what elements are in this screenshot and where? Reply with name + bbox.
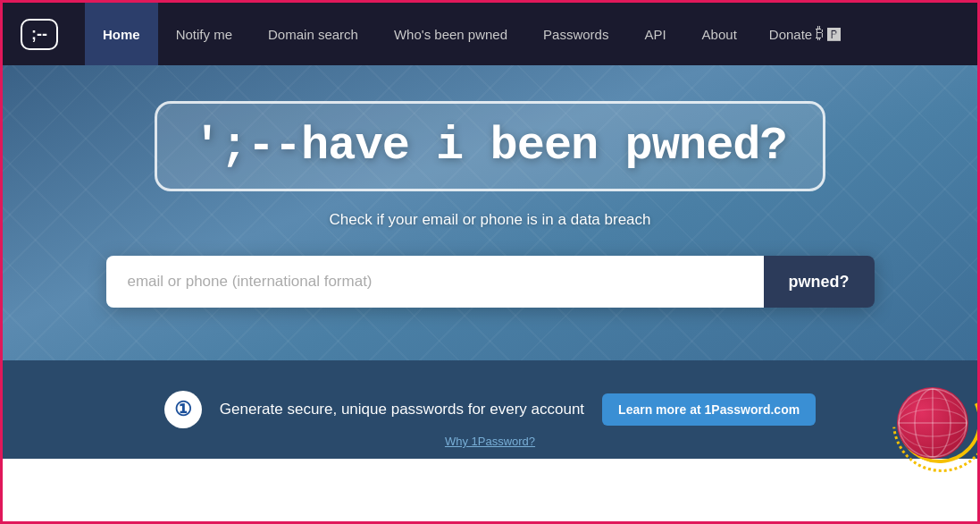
hero-section: ';--have i been pwned? Check if your ema…: [3, 65, 977, 360]
footer-banner: ① Generate secure, unique passwords for …: [3, 360, 977, 459]
nav-item-about[interactable]: About: [684, 3, 755, 65]
hero-subtitle: Check if your email or phone is in a dat…: [329, 211, 650, 229]
nav-items: Home Notify me Domain search Who's been …: [85, 3, 959, 65]
hero-title: ';--have i been pwned?: [193, 120, 787, 173]
title-box: ';--have i been pwned?: [155, 101, 825, 191]
onepassword-icon: ①: [164, 391, 202, 428]
nav-item-passwords[interactable]: Passwords: [525, 3, 626, 65]
bitcoin-icon: ₿: [816, 25, 824, 43]
paypal-icon: 🅿: [827, 27, 841, 42]
nav-item-domain[interactable]: Domain search: [250, 3, 376, 65]
navigation: ;-- Home Notify me Domain search Who's b…: [3, 3, 977, 65]
nav-item-api[interactable]: API: [626, 3, 683, 65]
nav-item-donate[interactable]: Donate ₿ 🅿: [755, 3, 855, 65]
logo[interactable]: ;--: [21, 19, 58, 50]
footer-promo-text: Generate secure, unique passwords for ev…: [220, 401, 584, 418]
logo-text: ;--: [31, 25, 47, 43]
globe-circle: [897, 387, 968, 459]
footer-why-link[interactable]: Why 1Password?: [445, 435, 535, 448]
nav-item-notify[interactable]: Notify me: [158, 3, 250, 65]
footer-cta-button[interactable]: Learn more at 1Password.com: [602, 393, 816, 426]
search-input[interactable]: [106, 256, 764, 308]
search-bar: pwned?: [106, 256, 875, 308]
globe-decoration: [879, 360, 980, 468]
nav-item-home[interactable]: Home: [85, 3, 158, 65]
globe-svg: [897, 387, 968, 459]
search-button[interactable]: pwned?: [764, 256, 875, 308]
nav-item-whos[interactable]: Who's been pwned: [376, 3, 525, 65]
donate-label: Donate: [769, 27, 812, 42]
